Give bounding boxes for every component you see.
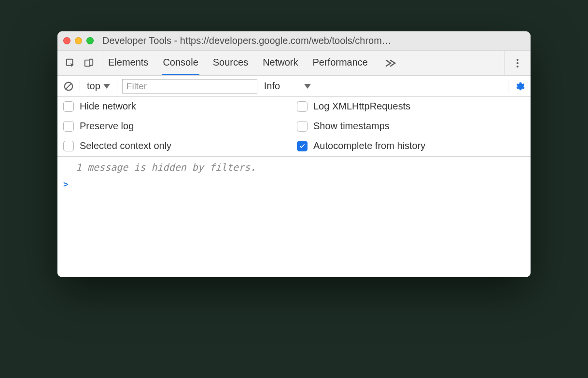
tab-network[interactable]: Network xyxy=(262,51,299,75)
checkbox[interactable] xyxy=(63,141,74,151)
setting-label: Log XMLHttpRequests xyxy=(313,101,410,112)
tab-console[interactable]: Console xyxy=(162,51,199,75)
maximize-window-button[interactable] xyxy=(86,37,94,44)
separator xyxy=(117,80,117,93)
kebab-menu-button[interactable] xyxy=(511,57,524,69)
main-tabbar: Elements Console Sources Network Perform… xyxy=(57,51,531,76)
tab-sources[interactable]: Sources xyxy=(212,51,249,75)
console-settings-icon[interactable] xyxy=(513,80,526,93)
tabbar-trailing xyxy=(504,51,531,75)
titlebar: Developer Tools - https://developers.goo… xyxy=(57,31,531,51)
level-label: Info xyxy=(264,81,280,92)
checkbox[interactable] xyxy=(63,121,74,132)
console-settings-panel: Hide network Log XMLHttpRequests Preserv… xyxy=(57,97,531,157)
console-output: 1 message is hidden by filters. > xyxy=(57,157,531,277)
filter-input[interactable] xyxy=(122,79,257,94)
execution-context-selector[interactable]: top xyxy=(85,81,112,92)
setting-selected-context-only[interactable]: Selected context only xyxy=(60,140,294,151)
context-label: top xyxy=(87,81,100,92)
separator xyxy=(508,80,508,93)
console-prompt[interactable]: > xyxy=(57,176,531,192)
svg-line-4 xyxy=(66,83,71,89)
console-toolbar: top Info xyxy=(57,76,531,97)
separator xyxy=(80,80,80,93)
setting-label: Hide network xyxy=(80,101,136,112)
svg-rect-2 xyxy=(89,59,93,65)
device-toolbar-icon[interactable] xyxy=(83,57,95,69)
chevron-down-icon xyxy=(103,84,110,89)
more-tabs-button[interactable] xyxy=(381,51,400,75)
chevron-down-icon xyxy=(304,84,311,89)
panel-tabs: Elements Console Sources Network Perform… xyxy=(102,51,405,75)
close-window-button[interactable] xyxy=(63,37,70,44)
log-level-selector[interactable]: Info xyxy=(262,81,313,92)
setting-label: Autocomplete from history xyxy=(313,140,425,151)
minimize-window-button[interactable] xyxy=(75,37,82,44)
clear-console-icon[interactable] xyxy=(62,80,75,93)
checkbox[interactable] xyxy=(63,101,74,112)
tab-elements[interactable]: Elements xyxy=(107,51,149,75)
setting-label: Preserve log xyxy=(80,121,134,132)
setting-label: Show timestamps xyxy=(313,121,390,132)
checkbox[interactable] xyxy=(297,141,308,151)
checkbox[interactable] xyxy=(297,101,308,112)
window-controls xyxy=(63,37,94,44)
setting-autocomplete-history[interactable]: Autocomplete from history xyxy=(294,140,528,151)
devtools-window: Developer Tools - https://developers.goo… xyxy=(57,31,531,277)
setting-label: Selected context only xyxy=(80,140,171,151)
window-title: Developer Tools - https://developers.goo… xyxy=(102,35,525,46)
inspect-element-icon[interactable] xyxy=(64,57,77,69)
setting-log-xhr[interactable]: Log XMLHttpRequests xyxy=(294,101,528,112)
tab-performance[interactable]: Performance xyxy=(312,51,369,75)
filtered-messages-notice: 1 message is hidden by filters. xyxy=(57,160,531,176)
setting-hide-network[interactable]: Hide network xyxy=(60,101,294,112)
setting-preserve-log[interactable]: Preserve log xyxy=(60,121,294,132)
tabbar-leading xyxy=(57,51,102,75)
checkbox[interactable] xyxy=(297,121,308,132)
setting-show-timestamps[interactable]: Show timestamps xyxy=(294,121,528,132)
